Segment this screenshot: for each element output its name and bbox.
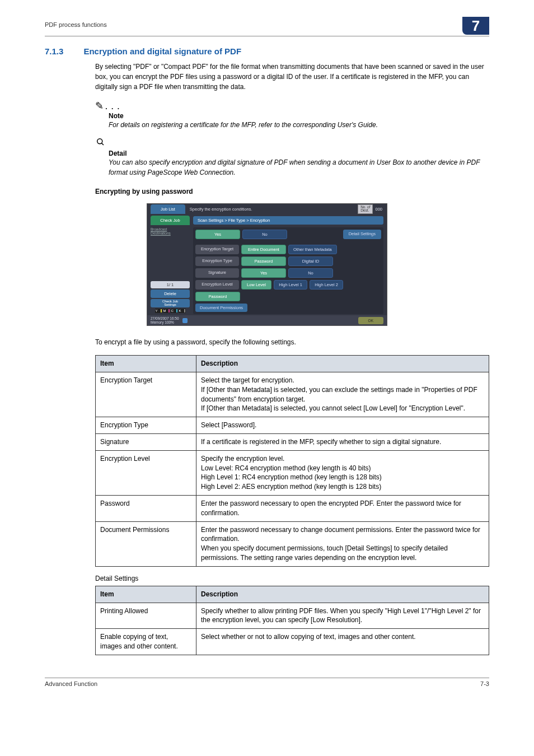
note-body: For details on registering a certificate… xyxy=(109,120,489,130)
table-row: SignatureIf a certificate is registered … xyxy=(96,434,489,451)
breadcrumb: Scan Settings > File Type > Encryption xyxy=(193,216,383,225)
svg-line-1 xyxy=(101,143,104,145)
ok-button[interactable]: OK xyxy=(358,317,383,324)
check-job-settings-button[interactable]: Check Job Settings xyxy=(151,299,190,307)
note-icon: ✎ xyxy=(95,100,104,111)
table-row: Document PermissionsEnter the password n… xyxy=(96,521,489,566)
after-ui-text: To encrypt a file by using a password, s… xyxy=(95,337,489,347)
datetime: 27/09/2007 16:50 xyxy=(151,316,179,320)
high-level-1-button[interactable]: High Level 1 xyxy=(274,280,307,290)
footer-right: 7-3 xyxy=(480,680,489,687)
settings-table-1: Item Description Encryption TargetSelect… xyxy=(95,355,489,567)
check-job-tab[interactable]: Check Job xyxy=(151,216,190,225)
table-row: Encryption TypeSelect [Password]. xyxy=(96,417,489,434)
t2-header-item: Item xyxy=(96,586,196,603)
note-title: Note xyxy=(109,112,489,120)
running-header: PDF process functions xyxy=(45,17,107,28)
entire-document-button[interactable]: Entire Document xyxy=(241,245,286,254)
detail-body: You can also specify encryption and digi… xyxy=(109,157,489,178)
detail-title: Detail xyxy=(109,150,489,157)
signature-label: Signature xyxy=(195,268,239,278)
other-than-metadata-button[interactable]: Other than Metadata xyxy=(288,245,337,254)
document-permissions-button[interactable]: Document Permissions xyxy=(195,304,247,312)
password-button[interactable]: Password xyxy=(195,292,240,301)
mfp-panel: Job List Specify the encryption conditio… xyxy=(147,203,387,326)
table-row: Enable copying of text, images and other… xyxy=(96,629,489,655)
toner-y-icon: Y xyxy=(155,309,162,313)
dest-count: 000 xyxy=(375,207,382,212)
signature-yes-button[interactable]: Yes xyxy=(241,268,286,278)
no-button[interactable]: No xyxy=(242,230,287,239)
enc-type-label: Encryption Type xyxy=(195,256,239,266)
yes-button[interactable]: Yes xyxy=(195,230,240,239)
digital-id-button[interactable]: Digital ID xyxy=(288,256,333,266)
section-number: 7.1.3 xyxy=(45,46,63,56)
toner-m-icon: M xyxy=(163,309,170,313)
enc-target-label: Encryption Target xyxy=(195,245,239,254)
enc-level-label: Encryption Level xyxy=(195,280,239,290)
chapter-badge: 7 xyxy=(462,17,489,35)
settings-table-2: Item Description Printing AllowedSpecify… xyxy=(95,586,489,655)
encrypt-heading: Encrypting by using password xyxy=(95,188,489,195)
memory-status: Memory 100% xyxy=(151,320,179,324)
intro-paragraph: By selecting "PDF" or "Compact PDF" for … xyxy=(95,62,489,92)
ellipsis-icon: . . . xyxy=(105,103,120,111)
job-list-tab[interactable]: Job List xyxy=(151,204,185,214)
delete-button[interactable]: Delete xyxy=(151,290,190,298)
password-type-button[interactable]: Password xyxy=(241,256,286,266)
toner-levels: Y M C K xyxy=(151,309,190,313)
high-level-2-button[interactable]: High Level 2 xyxy=(310,280,343,290)
low-level-button[interactable]: Low Level xyxy=(241,280,271,290)
status-flag-icon xyxy=(182,318,188,323)
section-title: Encryption and digital signature of PDF xyxy=(83,46,241,56)
toner-c-icon: C xyxy=(171,309,178,313)
t2-header-desc: Description xyxy=(196,586,489,603)
table-row: Encryption LevelSpecify the encryption l… xyxy=(96,450,489,495)
signature-no-button[interactable]: No xyxy=(288,268,333,278)
broadcast-dest-label: Broadcast Destinations xyxy=(147,226,193,236)
detail-settings-button[interactable]: Detail Settings xyxy=(343,230,381,239)
detail-icon xyxy=(95,138,105,149)
dest-label: No. of Dest. xyxy=(358,204,373,214)
toner-k-icon: K xyxy=(179,309,186,313)
table-row: Printing AllowedSpecify whether to allow… xyxy=(96,603,489,629)
t1-header-item: Item xyxy=(96,356,196,372)
instruction-text: Specify the encryption conditions. xyxy=(190,207,358,212)
table-row: Encryption TargetSelect the target for e… xyxy=(96,372,489,417)
pager: 1/ 1 xyxy=(151,281,190,288)
footer-left: Advanced Function xyxy=(45,680,97,687)
t1-header-desc: Description xyxy=(196,356,489,372)
table-row: PasswordEnter the password necessary to … xyxy=(96,496,489,522)
detail-settings-caption: Detail Settings xyxy=(95,575,489,582)
